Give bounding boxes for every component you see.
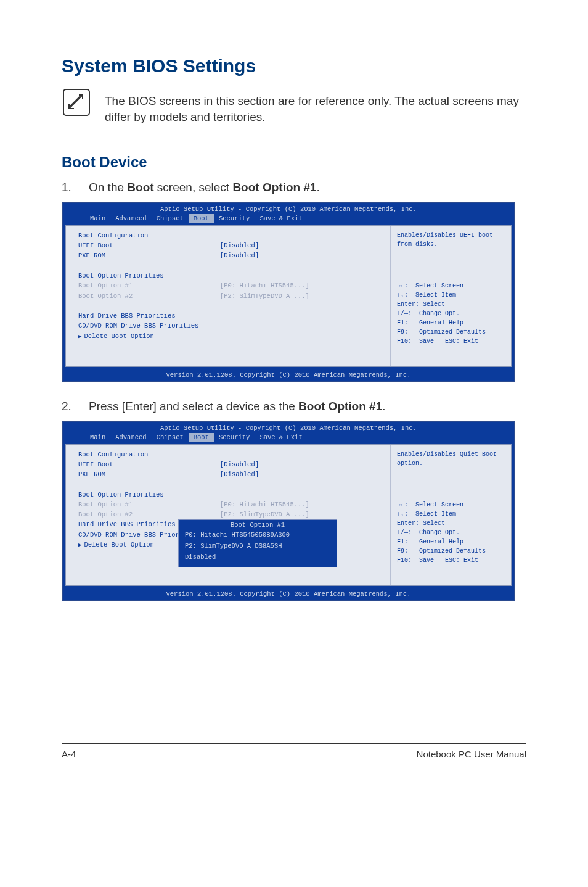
bios-header: Aptio Setup Utility - Copyright (C) 2010… <box>63 422 514 433</box>
text-frag: screen, select <box>154 181 233 194</box>
tab-chipset[interactable]: Chipset <box>152 433 189 442</box>
note-icon <box>62 88 91 117</box>
bios-screenshot-1: Aptio Setup Utility - Copyright (C) 2010… <box>62 202 515 382</box>
cddvd-bbs-priorities[interactable]: CD/DVD ROM Drive BBS Priorities <box>78 321 198 331</box>
bios-left-pane: Boot Configuration UEFI Boot[Disabled] P… <box>66 445 390 585</box>
uefi-boot-label[interactable]: UEFI Boot <box>78 460 220 469</box>
popup-title: Boot Option #1 <box>179 520 336 530</box>
step-1: 1. On the Boot screen, select Boot Optio… <box>62 179 526 196</box>
page-number: A-4 <box>62 749 76 759</box>
popup-option-disabled[interactable]: Disabled <box>179 552 337 563</box>
step-text: Press [Enter] and select a device as the… <box>89 398 526 415</box>
legend-row: +/—: Change Opt. <box>397 309 505 318</box>
legend-row: Enter: Select <box>397 300 505 309</box>
boot-option-1-value: [P0: Hitachi HTS545...] <box>220 281 309 291</box>
pxe-rom-label[interactable]: PXE ROM <box>78 250 220 260</box>
legend-row: F9: Optimized Defaults <box>397 328 505 337</box>
pxe-rom-value: [Disabled] <box>220 250 384 260</box>
legend-row: F9: Optimized Defaults <box>397 547 505 556</box>
boot-option-1-value: [P0: Hitachi HTS545...] <box>220 500 309 510</box>
legend-row: F1: General Help <box>397 537 505 547</box>
page-title: System BIOS Settings <box>62 56 526 76</box>
bios-right-pane: Enables/Disables UEFI boot from disks. →… <box>390 226 511 366</box>
uefi-boot-label[interactable]: UEFI Boot <box>78 241 220 250</box>
tab-advanced[interactable]: Advanced <box>110 433 151 442</box>
boot-option-2-label[interactable]: Boot Option #2 <box>78 510 220 519</box>
legend-row: F10: Save ESC: Exit <box>397 556 505 565</box>
delete-boot-option[interactable]: Delete Boot Option <box>78 540 154 550</box>
text-frag: Press [Enter] and select a device as the <box>89 400 298 413</box>
boot-config-heading: Boot Configuration <box>78 231 220 241</box>
legend-row: ↑↓: Select Item <box>397 291 505 300</box>
popup-option-slimtype[interactable]: P2: SlimTypeDVD A DS8A5SH <box>179 541 337 552</box>
uefi-boot-value: [Disabled] <box>220 241 384 250</box>
bios-header: Aptio Setup Utility - Copyright (C) 2010… <box>63 203 514 214</box>
step-number: 2. <box>62 398 89 415</box>
tab-security[interactable]: Security <box>214 214 255 223</box>
text-bold: Boot Option #1 <box>298 400 382 413</box>
tab-chipset[interactable]: Chipset <box>152 214 189 223</box>
boot-config-heading: Boot Configuration <box>78 450 220 460</box>
text-bold: Boot Option #1 <box>232 181 316 194</box>
boot-option-2-label[interactable]: Boot Option #2 <box>78 291 220 301</box>
bios-screenshot-2: Aptio Setup Utility - Copyright (C) 2010… <box>62 421 515 601</box>
boot-option-1-label[interactable]: Boot Option #1 <box>78 281 220 291</box>
pxe-rom-label[interactable]: PXE ROM <box>78 469 220 479</box>
bios-tabs: Main Advanced Chipset Boot Security Save… <box>63 433 514 444</box>
tab-main[interactable]: Main <box>85 433 110 442</box>
uefi-boot-value: [Disabled] <box>220 460 384 469</box>
hdd-bbs-priorities[interactable]: Hard Drive BBS Priorities <box>78 311 176 321</box>
pxe-rom-value: [Disabled] <box>220 469 384 479</box>
bios-right-pane: Enables/Disables Quiet Boot option. →←: … <box>390 445 511 585</box>
text-bold: Boot <box>127 181 153 194</box>
bios-left-pane: Boot Configuration UEFI Boot[Disabled] P… <box>66 226 390 366</box>
manual-title: Notebook PC User Manual <box>417 749 526 759</box>
boot-priorities-heading: Boot Option Priorities <box>78 490 220 500</box>
page-footer: A-4 Notebook PC User Manual <box>62 743 526 759</box>
note-text-wrap: The BIOS screens in this section are for… <box>104 88 526 131</box>
legend-row: →←: Select Screen <box>397 281 505 291</box>
bios-legend: →←: Select Screen ↑↓: Select Item Enter:… <box>397 500 505 565</box>
bios-footer: Version 2.01.1208. Copyright (C) 2010 Am… <box>63 369 514 381</box>
note-block: The BIOS screens in this section are for… <box>62 88 526 131</box>
legend-row: Enter: Select <box>397 519 505 528</box>
boot-priorities-heading: Boot Option Priorities <box>78 271 220 281</box>
text-frag: . <box>317 181 320 194</box>
legend-row: F1: General Help <box>397 318 505 328</box>
legend-row: F10: Save ESC: Exit <box>397 337 505 346</box>
boot-option-1-label[interactable]: Boot Option #1 <box>78 500 220 510</box>
step-2: 2. Press [Enter] and select a device as … <box>62 398 526 415</box>
legend-row: +/—: Change Opt. <box>397 528 505 537</box>
tab-boot[interactable]: Boot <box>189 214 214 223</box>
boot-option-2-value: [P2: SlimTypeDVD A ...] <box>220 510 309 519</box>
delete-boot-option[interactable]: Delete Boot Option <box>78 331 154 342</box>
legend-row: ↑↓: Select Item <box>397 510 505 519</box>
bios-legend: →←: Select Screen ↑↓: Select Item Enter:… <box>397 281 505 346</box>
step-number: 1. <box>62 179 89 196</box>
bios-footer: Version 2.01.1208. Copyright (C) 2010 Am… <box>63 588 514 600</box>
boot-option-2-value: [P2: SlimTypeDVD A ...] <box>220 291 309 301</box>
step-text: On the Boot screen, select Boot Option #… <box>89 179 526 196</box>
bios-tabs: Main Advanced Chipset Boot Security Save… <box>63 214 514 225</box>
legend-row: →←: Select Screen <box>397 500 505 510</box>
popup-option-hitachi[interactable]: P0: Hitachi HTS545050B9A300 <box>179 530 337 541</box>
tab-advanced[interactable]: Advanced <box>110 214 151 223</box>
tab-boot[interactable]: Boot <box>189 433 214 442</box>
bios-help-text: Enables/Disables UEFI boot from disks. <box>397 231 505 249</box>
tab-main[interactable]: Main <box>85 214 110 223</box>
tab-security[interactable]: Security <box>214 433 255 442</box>
boot-option-popup: Boot Option #1 P0: Hitachi HTS545050B9A3… <box>178 519 337 567</box>
tab-save-exit[interactable]: Save & Exit <box>255 433 307 442</box>
text-frag: . <box>382 400 385 413</box>
section-title: Boot Device <box>62 154 526 171</box>
text-frag: On the <box>89 181 127 194</box>
note-text: The BIOS screens in this section are for… <box>105 93 525 125</box>
bios-help-text: Enables/Disables Quiet Boot option. <box>397 450 505 468</box>
hdd-bbs-priorities[interactable]: Hard Drive BBS Priorities <box>78 519 176 529</box>
svg-rect-0 <box>63 89 89 115</box>
tab-save-exit[interactable]: Save & Exit <box>255 214 307 223</box>
